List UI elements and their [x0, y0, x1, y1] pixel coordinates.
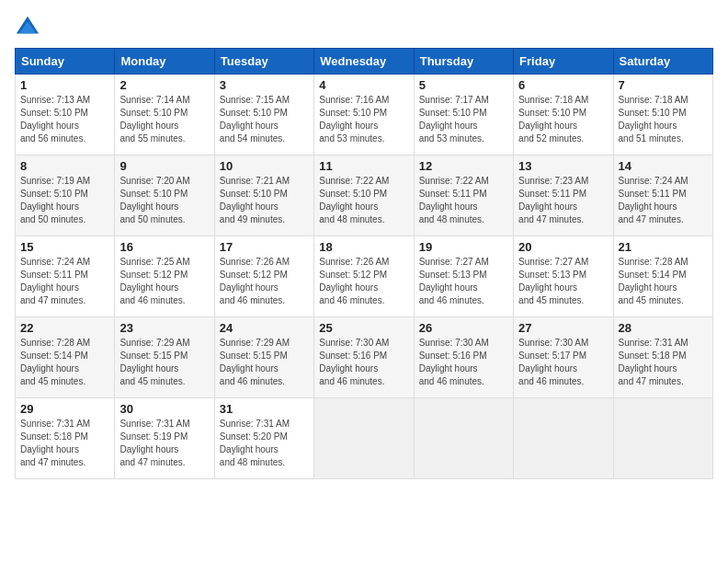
day-number: 10	[220, 159, 309, 173]
day-info: Sunrise: 7:13 AMSunset: 5:10 PMDaylight …	[20, 95, 90, 144]
calendar-cell	[613, 398, 712, 479]
week-row-1: 1Sunrise: 7:13 AMSunset: 5:10 PMDaylight…	[16, 75, 713, 155]
calendar-cell: 22Sunrise: 7:28 AMSunset: 5:14 PMDayligh…	[16, 317, 115, 398]
week-row-4: 22Sunrise: 7:28 AMSunset: 5:14 PMDayligh…	[16, 317, 713, 398]
day-number: 19	[419, 240, 508, 254]
calendar-cell: 24Sunrise: 7:29 AMSunset: 5:15 PMDayligh…	[214, 317, 313, 398]
calendar-cell: 29Sunrise: 7:31 AMSunset: 5:18 PMDayligh…	[16, 398, 115, 479]
day-info: Sunrise: 7:27 AMSunset: 5:13 PMDaylight …	[518, 257, 588, 305]
calendar-cell: 20Sunrise: 7:27 AMSunset: 5:13 PMDayligh…	[514, 236, 613, 317]
calendar-cell: 2Sunrise: 7:14 AMSunset: 5:10 PMDaylight…	[115, 75, 214, 155]
days-header-row: SundayMondayTuesdayWednesdayThursdayFrid…	[16, 49, 713, 75]
calendar-cell: 30Sunrise: 7:31 AMSunset: 5:19 PMDayligh…	[115, 398, 214, 479]
week-row-5: 29Sunrise: 7:31 AMSunset: 5:18 PMDayligh…	[16, 398, 713, 479]
day-info: Sunrise: 7:31 AMSunset: 5:20 PMDaylight …	[220, 419, 290, 467]
day-header-tuesday: Tuesday	[214, 49, 313, 75]
day-info: Sunrise: 7:30 AMSunset: 5:17 PMDaylight …	[518, 338, 588, 386]
day-info: Sunrise: 7:29 AMSunset: 5:15 PMDaylight …	[220, 338, 290, 386]
day-number: 28	[619, 321, 708, 335]
day-info: Sunrise: 7:24 AMSunset: 5:11 PMDaylight …	[20, 257, 90, 305]
day-info: Sunrise: 7:14 AMSunset: 5:10 PMDaylight …	[119, 95, 189, 144]
day-number: 21	[619, 240, 708, 254]
day-info: Sunrise: 7:23 AMSunset: 5:11 PMDaylight …	[518, 176, 588, 224]
day-number: 11	[319, 159, 408, 173]
day-info: Sunrise: 7:31 AMSunset: 5:18 PMDaylight …	[20, 419, 90, 467]
calendar-cell: 26Sunrise: 7:30 AMSunset: 5:16 PMDayligh…	[414, 317, 513, 398]
day-number: 26	[419, 321, 508, 335]
day-info: Sunrise: 7:24 AMSunset: 5:11 PMDaylight …	[619, 176, 688, 224]
week-row-3: 15Sunrise: 7:24 AMSunset: 5:11 PMDayligh…	[16, 236, 713, 317]
day-info: Sunrise: 7:22 AMSunset: 5:11 PMDaylight …	[419, 176, 489, 224]
day-info: Sunrise: 7:31 AMSunset: 5:18 PMDaylight …	[619, 338, 688, 386]
day-info: Sunrise: 7:26 AMSunset: 5:12 PMDaylight …	[220, 257, 290, 305]
day-header-thursday: Thursday	[414, 49, 513, 75]
day-info: Sunrise: 7:17 AMSunset: 5:10 PMDaylight …	[419, 95, 489, 144]
calendar-cell: 10Sunrise: 7:21 AMSunset: 5:10 PMDayligh…	[214, 155, 313, 236]
day-info: Sunrise: 7:21 AMSunset: 5:10 PMDaylight …	[220, 176, 290, 224]
day-number: 30	[119, 402, 209, 416]
calendar-cell: 15Sunrise: 7:24 AMSunset: 5:11 PMDayligh…	[16, 236, 115, 317]
day-info: Sunrise: 7:15 AMSunset: 5:10 PMDaylight …	[220, 95, 290, 144]
day-info: Sunrise: 7:25 AMSunset: 5:12 PMDaylight …	[119, 257, 189, 305]
calendar-cell: 19Sunrise: 7:27 AMSunset: 5:13 PMDayligh…	[414, 236, 513, 317]
calendar-cell: 21Sunrise: 7:28 AMSunset: 5:14 PMDayligh…	[613, 236, 712, 317]
calendar-cell: 12Sunrise: 7:22 AMSunset: 5:11 PMDayligh…	[414, 155, 513, 236]
calendar-cell: 25Sunrise: 7:30 AMSunset: 5:16 PMDayligh…	[314, 317, 414, 398]
day-info: Sunrise: 7:19 AMSunset: 5:10 PMDaylight …	[20, 176, 90, 224]
day-info: Sunrise: 7:27 AMSunset: 5:13 PMDaylight …	[419, 257, 489, 305]
calendar-cell	[314, 398, 414, 479]
day-info: Sunrise: 7:18 AMSunset: 5:10 PMDaylight …	[518, 95, 588, 144]
day-info: Sunrise: 7:28 AMSunset: 5:14 PMDaylight …	[20, 338, 90, 386]
logo	[15, 15, 44, 40]
calendar-cell: 11Sunrise: 7:22 AMSunset: 5:10 PMDayligh…	[314, 155, 414, 236]
day-info: Sunrise: 7:30 AMSunset: 5:16 PMDaylight …	[419, 338, 489, 386]
day-number: 17	[220, 240, 309, 254]
day-number: 31	[220, 402, 309, 416]
calendar-cell: 6Sunrise: 7:18 AMSunset: 5:10 PMDaylight…	[514, 75, 613, 155]
day-number: 13	[518, 159, 608, 173]
calendar-cell: 16Sunrise: 7:25 AMSunset: 5:12 PMDayligh…	[115, 236, 214, 317]
calendar-cell	[514, 398, 613, 479]
day-info: Sunrise: 7:18 AMSunset: 5:10 PMDaylight …	[619, 95, 688, 144]
calendar-cell	[414, 398, 513, 479]
day-info: Sunrise: 7:28 AMSunset: 5:14 PMDaylight …	[619, 257, 688, 305]
day-header-friday: Friday	[514, 49, 613, 75]
day-number: 4	[319, 78, 408, 92]
calendar-cell: 31Sunrise: 7:31 AMSunset: 5:20 PMDayligh…	[214, 398, 313, 479]
day-info: Sunrise: 7:26 AMSunset: 5:12 PMDaylight …	[319, 257, 389, 305]
day-number: 2	[119, 78, 209, 92]
day-number: 24	[220, 321, 309, 335]
calendar-cell: 23Sunrise: 7:29 AMSunset: 5:15 PMDayligh…	[115, 317, 214, 398]
day-info: Sunrise: 7:16 AMSunset: 5:10 PMDaylight …	[319, 95, 389, 144]
day-number: 25	[319, 321, 408, 335]
day-info: Sunrise: 7:30 AMSunset: 5:16 PMDaylight …	[319, 338, 389, 386]
day-number: 15	[20, 240, 109, 254]
day-number: 18	[319, 240, 408, 254]
calendar-table: SundayMondayTuesdayWednesdayThursdayFrid…	[15, 48, 713, 479]
header	[15, 15, 713, 40]
day-number: 22	[20, 321, 109, 335]
day-header-wednesday: Wednesday	[314, 49, 414, 75]
day-number: 9	[119, 159, 209, 173]
calendar-cell: 5Sunrise: 7:17 AMSunset: 5:10 PMDaylight…	[414, 75, 513, 155]
day-number: 16	[119, 240, 209, 254]
day-info: Sunrise: 7:29 AMSunset: 5:15 PMDaylight …	[119, 338, 189, 386]
page-container: SundayMondayTuesdayWednesdayThursdayFrid…	[15, 15, 713, 479]
day-header-saturday: Saturday	[613, 49, 712, 75]
day-number: 27	[518, 321, 608, 335]
day-number: 23	[119, 321, 209, 335]
day-number: 7	[619, 78, 708, 92]
calendar-cell: 7Sunrise: 7:18 AMSunset: 5:10 PMDaylight…	[613, 75, 712, 155]
calendar-cell: 28Sunrise: 7:31 AMSunset: 5:18 PMDayligh…	[613, 317, 712, 398]
day-info: Sunrise: 7:31 AMSunset: 5:19 PMDaylight …	[119, 419, 189, 467]
calendar-cell: 3Sunrise: 7:15 AMSunset: 5:10 PMDaylight…	[214, 75, 313, 155]
day-header-sunday: Sunday	[16, 49, 115, 75]
calendar-cell: 8Sunrise: 7:19 AMSunset: 5:10 PMDaylight…	[16, 155, 115, 236]
calendar-cell: 1Sunrise: 7:13 AMSunset: 5:10 PMDaylight…	[16, 75, 115, 155]
day-number: 6	[518, 78, 608, 92]
calendar-cell: 18Sunrise: 7:26 AMSunset: 5:12 PMDayligh…	[314, 236, 414, 317]
calendar-cell: 14Sunrise: 7:24 AMSunset: 5:11 PMDayligh…	[613, 155, 712, 236]
day-info: Sunrise: 7:20 AMSunset: 5:10 PMDaylight …	[119, 176, 189, 224]
day-number: 5	[419, 78, 508, 92]
week-row-2: 8Sunrise: 7:19 AMSunset: 5:10 PMDaylight…	[16, 155, 713, 236]
